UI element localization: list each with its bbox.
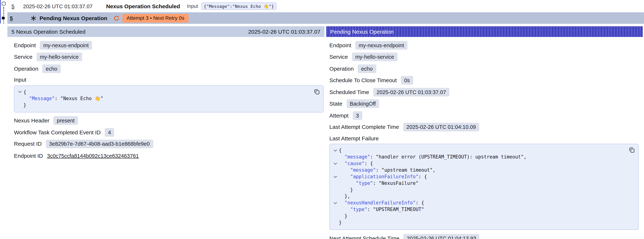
detail-panels: 5 Nexus Operation Scheduled 2025-02-26 U… (7, 26, 643, 239)
field-label: Attempt (329, 112, 348, 118)
json-code-block: { "Message": "Nexus Echo 👋"} (14, 85, 324, 112)
field-row-operation: Operationecho (329, 63, 640, 74)
input-section: Input{ "Message": "Nexus Echo 👋"} (14, 74, 324, 112)
json-line: "type": "NexusFailure" (332, 180, 624, 186)
event-marker-circle-icon (2, 2, 6, 6)
field-value-chip: BackingOff (346, 100, 379, 108)
field-label: Schedule To Close Timeout (329, 77, 397, 84)
field-value-chip: 2025-02-26 UTC 01:04:10.09 (403, 123, 479, 132)
json-line: "message": "handler error (UPSTREAM_TIME… (332, 154, 624, 160)
pending-marker-dot-icon (2, 16, 5, 20)
json-line: }, (332, 193, 624, 200)
field-row-endpoint: Endpointmy-nexus-endpoint (14, 39, 324, 51)
field-row-endpoint: Endpointmy-nexus-endpoint (329, 39, 640, 51)
collapse-chevron-icon[interactable] (332, 162, 339, 165)
json-line: "cause": { (332, 160, 624, 167)
field-row-workflow-task-completed-event-id: Workflow Task Completed Event ID4 (14, 126, 324, 138)
field-label: Request ID (14, 141, 42, 147)
event-row[interactable]: 5 2025-02-26 UTC 01:03:37.07 Nexus Opera… (0, 0, 644, 12)
json-line: "message": "upstream timeout", (332, 167, 624, 173)
pending-detail-header: Pending Nexus Operation (326, 26, 643, 37)
collapse-chevron-icon[interactable] (332, 175, 339, 178)
scroll-indicator (0, 0, 1, 24)
field-label: Endpoint (14, 42, 36, 48)
field-row-operation: Operationecho (14, 63, 324, 74)
json-lines: { "message": "handler error (UPSTREAM_TI… (332, 147, 624, 226)
field-value-chip: my-nexus-endpoint (40, 41, 92, 50)
collapse-chevron-icon[interactable] (16, 90, 24, 93)
json-line-text: { (339, 147, 342, 154)
field-value-chip: 3e829b7e-7d67-4b08-aad3-b1e868bfe9e0 (46, 140, 153, 148)
field-value-chip: 4 (105, 128, 114, 136)
pending-id-link[interactable]: 5 (10, 15, 13, 21)
pending-operation-row[interactable]: 5 Pending Nexus Operation Attempt 3 • Ne… (7, 12, 644, 24)
json-line-text: } (24, 102, 26, 108)
json-lines: { "Message": "Nexus Echo 👋"} (16, 88, 309, 108)
copy-icon[interactable] (628, 146, 636, 154)
collapse-chevron-icon[interactable] (332, 201, 339, 204)
field-row-request-id: Request ID3e829b7e-7d67-4b08-aad3-b1e868… (14, 138, 324, 150)
json-line: } (16, 102, 309, 108)
field-row-attempt: Attempt3 (329, 110, 640, 121)
event-title: Nexus Operation Scheduled (106, 3, 180, 9)
event-input-preview-chip[interactable]: {"Message":"Nexus Echo 👋"} (201, 2, 276, 10)
field-value-chip: 2025-02-26 UTC 01:03:37.07 (373, 88, 449, 96)
json-line-text: "nexusHandlerFailureInfo": { (339, 200, 424, 206)
copy-icon[interactable] (313, 88, 321, 96)
field-row-state: StateBackingOff (329, 98, 640, 110)
attempt-retry-badge: Attempt 3 • Next Retry 0s (122, 14, 188, 22)
field-label: Last Attempt Failure (329, 133, 640, 144)
field-row-next-attempt-schedule-time: Next Attempt Schedule Time2025-02-26 UTC… (329, 232, 640, 239)
field-row-schedule-to-close-timeout: Schedule To Close Timeout0s (329, 74, 640, 86)
json-line-text: } (339, 186, 353, 193)
field-label: State (329, 101, 342, 107)
json-line: { (16, 88, 309, 95)
field-value-chip: 2025-02-26 UTC 01:04:13.93 (404, 234, 480, 239)
field-row-last-attempt-complete-time: Last Attempt Complete Time2025-02-26 UTC… (329, 121, 640, 133)
field-label: Scheduled Time (329, 89, 369, 95)
json-line-text: } (339, 219, 342, 226)
json-code-block: { "message": "handler error (UPSTREAM_TI… (329, 144, 638, 230)
event-timestamp: 2025-02-26 UTC 01:03:37.07 (23, 3, 92, 9)
right-panel-body: Endpointmy-nexus-endpointServicemy-hello… (326, 37, 643, 239)
event-detail-header-timestamp: 2025-02-26 UTC 01:03:37.07 (248, 28, 320, 35)
left-panel-body: Endpointmy-nexus-endpointServicemy-hello… (7, 37, 324, 166)
field-label: Service (329, 54, 348, 60)
event-id-link[interactable]: 5 (12, 3, 14, 9)
pending-detail-header-title: Pending Nexus Operation (330, 28, 394, 35)
field-value-chip: my-hello-service (352, 53, 398, 61)
field-value-chip: 3 (352, 111, 362, 120)
field-label: Input (14, 74, 324, 85)
json-line: "nexusHandlerFailureInfo": { (332, 200, 624, 206)
field-label: Endpoint (329, 42, 351, 48)
json-line: { (332, 147, 624, 154)
field-label: Endpoint ID (14, 152, 43, 159)
endpoint-id-link[interactable]: 3c0c75ccfa8144b092c13ce632463761 (47, 152, 139, 159)
json-line: "applicationFailureInfo": { (332, 173, 624, 180)
field-label: Last Attempt Complete Time (329, 124, 399, 130)
json-line: "Message": "Nexus Echo 👋" (16, 95, 309, 102)
pending-detail-panel: Pending Nexus Operation Endpointmy-nexus… (326, 26, 643, 239)
json-line: } (332, 186, 624, 193)
field-row-endpoint-id: Endpoint ID3c0c75ccfa8144b092c13ce632463… (14, 150, 324, 162)
event-detail-panel: 5 Nexus Operation Scheduled 2025-02-26 U… (7, 26, 324, 166)
field-row-scheduled-time: Scheduled Time2025-02-26 UTC 01:03:37.07 (329, 86, 640, 98)
json-line-text: }, (339, 193, 350, 200)
field-label: Next Attempt Schedule Time (329, 235, 399, 239)
event-detail-header-title: 5 Nexus Operation Scheduled (12, 28, 86, 35)
event-input-label: Input (187, 3, 198, 9)
field-label: Operation (329, 66, 354, 72)
json-line-text: { (24, 88, 26, 95)
field-label: Operation (14, 66, 38, 72)
field-label: Service (14, 54, 32, 60)
json-line: } (332, 219, 624, 226)
json-line-text: "applicationFailureInfo": { (339, 173, 427, 180)
field-value-chip: 0s (401, 76, 413, 85)
json-line-text: "cause": { (339, 160, 373, 167)
field-label: Nexus Header (14, 118, 50, 124)
json-line: "type": "UPSTREAM_TIMEOUT" (332, 206, 624, 213)
collapse-chevron-icon[interactable] (332, 149, 339, 152)
field-value-chip: my-hello-service (36, 53, 82, 61)
nexus-asterisk-icon (31, 15, 36, 21)
field-row-service: Servicemy-hello-service (329, 51, 640, 63)
